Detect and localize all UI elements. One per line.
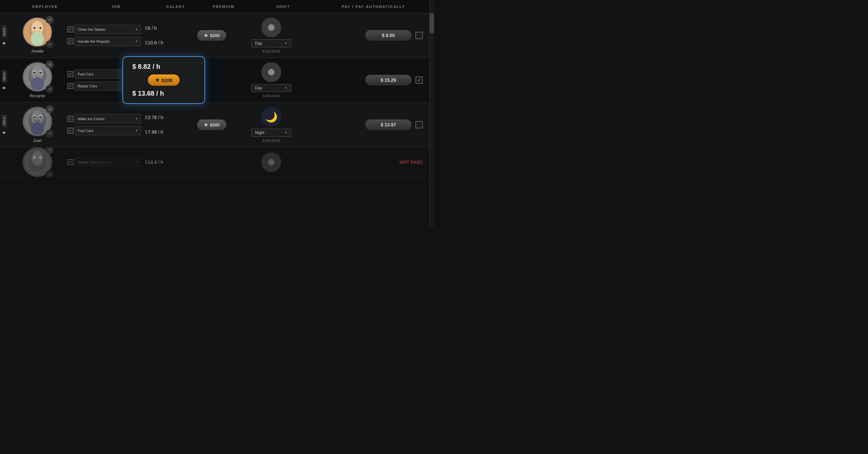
play-button-amelie[interactable]: ▶ [3,41,6,46]
salary-partial-value: $14.4 / h [145,159,163,165]
dropdown-arrow: ▼ [284,86,287,90]
pay-auto-checkbox-amelie[interactable] [415,32,423,39]
riccardo-face-svg [26,64,49,90]
info-tab-riccardo: INFO ▶ [0,69,9,91]
day-icon-partial [265,155,278,169]
shift-icon-amelie [261,18,281,37]
job-dropdown-amelie-1[interactable]: Clean the Station ▼ [75,25,141,34]
salary-2-juan: $7.98 / h [145,129,163,135]
popup-premium-label: $200 [161,78,172,83]
avatar-remove-juan[interactable]: ✕ [45,130,54,138]
pay-button-riccardo[interactable]: $ 15.29 [365,75,411,85]
job-label-amelie-1: Clean the Station [78,27,105,31]
svg-point-23 [39,116,41,118]
info-button-juan[interactable]: INFO [2,115,7,127]
shift-icon-partial [261,152,281,172]
header-job: JOB [78,5,154,9]
job-checkbox-riccardo-1[interactable] [67,71,73,77]
shift-dropdown-amelie[interactable]: Day ▼ [251,39,291,47]
premium-button-amelie[interactable]: ★ $200 [197,30,226,41]
scrollbar[interactable] [429,0,434,227]
play-button-riccardo[interactable]: ▶ [3,85,6,90]
job-row-2-juan: Fuel Cars ▼ [67,126,141,135]
header-employee: EMPLOYEE [12,5,78,9]
shift-section-riccardo: Day ▼ 8:00-20:00 [238,62,304,98]
star-icon: ★ [204,33,208,38]
salary-popup-riccardo[interactable]: $ 8.82 / h ★ $200 $ 13.68 / h [122,56,205,104]
job-label-partial: Repair Cars RESTING... [78,160,114,164]
avatar-juan: ↺ ✕ [23,107,52,136]
shift-time-amelie: 8:00-20:00 [262,49,280,53]
not-paid-label: NOT PAID! [399,159,423,165]
job-label-amelie-2: Handle the Register [78,39,110,43]
shift-icon-juan: 🌙 [261,107,281,127]
popup-premium-button[interactable]: ★ $200 [148,74,180,86]
play-button-juan[interactable]: ▶ [3,130,6,135]
pay-auto-checkbox-riccardo[interactable] [415,77,423,84]
day-icon-amelie [265,21,278,34]
job-row-1-amelie: Clean the Station ▼ [67,25,141,34]
amelie-face-svg [26,19,49,46]
employee-name-juan: Juan [33,138,42,143]
dropdown-arrow: ▼ [284,131,287,134]
pay-section-amelie: $ 8.50 [304,30,429,41]
pay-section-partial: NOT PAID! [304,159,429,165]
pay-auto-checkbox-juan[interactable] [415,121,423,128]
job-dropdown-amelie-2[interactable]: Handle the Register ▼ [75,37,141,46]
dropdown-arrow: ▼ [135,28,138,31]
popup-salary2: $ 13.68 / h [132,90,164,97]
job-section-amelie: Clean the Station ▼ Handle the Register … [66,25,142,46]
svg-point-4 [33,27,35,29]
pay-button-amelie[interactable]: $ 8.50 [365,30,411,41]
info-button-riccardo[interactable]: INFO [2,70,7,83]
avatar-remove-partial[interactable]: ✕ [45,171,54,177]
avatar-settings-riccardo[interactable]: ↺ [45,61,54,68]
svg-point-14 [39,71,41,73]
job-dropdown-juan-1[interactable]: Make Ice Cream ▼ [75,114,141,123]
shift-dropdown-riccardo[interactable]: Day ▼ [251,84,291,92]
header-shift: SHIFT [250,5,316,9]
avatar-amelie: ↺ ✕ [23,17,52,47]
job-row-2-amelie: Handle the Register ▼ [67,37,141,46]
dropdown-arrow: ▼ [135,40,138,43]
popup-star-icon: ★ [155,77,159,83]
salary-partial: $14.4 / h [142,159,185,165]
premium-section-amelie: ★ $200 [185,30,238,41]
dropdown-arrow: ▼ [135,117,138,120]
pay-section-juan: $ 13.97 [304,119,429,130]
shift-mode-riccardo: Day [255,86,262,90]
header-premium: PREMIUM [197,5,250,9]
pay-button-juan[interactable]: $ 13.97 [365,119,411,130]
pay-section-riccardo: $ 15.29 [304,75,429,85]
table-row-riccardo: INFO ▶ ↺ ✕ [0,58,429,102]
job-checkbox-juan-2[interactable] [67,128,73,134]
job-checkbox-amelie-1[interactable] [67,27,73,32]
job-checkbox-juan-1[interactable] [67,116,73,122]
dropdown-arrow: ▼ [284,42,287,45]
shift-section-amelie: Day ▼ 8:00-20:00 [238,18,304,53]
job-checkbox-riccardo-2[interactable] [67,83,73,89]
avatar-settings-juan[interactable]: ↺ [45,105,54,113]
info-tab-amelie: INFO ▶ [0,24,9,47]
job-label-riccardo-2: Repair Cars [78,84,97,88]
dropdown-arrow: ▼ [135,129,138,132]
svg-point-17 [269,70,274,74]
svg-point-6 [31,31,44,46]
premium-amount-juan: $200 [210,122,220,127]
avatar-partial: ↺ ✕ [23,147,52,177]
avatar-remove-amelie[interactable]: ✕ [45,40,54,48]
avatar-riccardo: ↺ ✕ [23,62,52,92]
job-checkbox-partial[interactable] [67,159,73,165]
avatar-settings-partial[interactable]: ↺ [45,147,54,154]
scrollbar-thumb[interactable] [430,13,434,33]
svg-point-22 [33,116,35,118]
avatar-remove-riccardo[interactable]: ✕ [45,85,54,93]
job-dropdown-juan-2[interactable]: Fuel Cars ▼ [75,126,141,135]
info-button-amelie[interactable]: INFO [2,26,7,38]
shift-dropdown-juan[interactable]: Night ▼ [251,129,291,137]
job-checkbox-amelie-2[interactable] [67,38,73,44]
premium-button-juan[interactable]: ★ $200 [197,119,226,130]
dropdown-arrow: ▼ [135,160,138,164]
avatar-settings-amelie[interactable]: ↺ [45,16,54,24]
employee-juan: ↺ ✕ Juan [9,107,66,143]
